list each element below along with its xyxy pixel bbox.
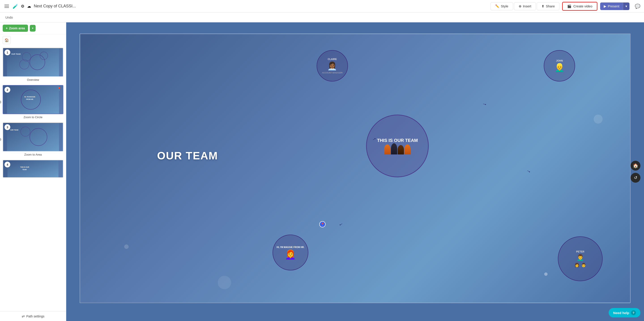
help-icon: ? bbox=[631, 310, 636, 315]
slide-list: OUR TEAM 1 Overview bbox=[0, 46, 66, 311]
claire-circle[interactable]: CLAIRE 👩🏾‍💼 ACCOUNT MANAGER bbox=[317, 50, 348, 82]
svg-text:TEAM: TEAM bbox=[22, 169, 27, 170]
canvas-area[interactable]: OUR TEAM THIS IS OUR TEAM CLAIRE 👩🏾‍💼 AC… bbox=[66, 22, 644, 321]
arrow-to-maggie: → bbox=[338, 221, 344, 228]
path-settings-label: Path settings bbox=[26, 314, 44, 318]
right-back-icon: ↺ bbox=[634, 175, 637, 180]
slide-thumb-4: THIS IS OUR TEAM bbox=[3, 160, 63, 178]
john-name: JOHN bbox=[556, 59, 563, 62]
plus-icon: + bbox=[6, 26, 8, 30]
zoom-area-dropdown[interactable]: ▾ bbox=[30, 25, 36, 32]
slide-thumb-3: OUR TEAM bbox=[3, 122, 63, 152]
play-icon: ▶ bbox=[604, 4, 606, 8]
slide-pin-2: 📍 bbox=[57, 87, 62, 91]
need-help-label: Need help bbox=[613, 311, 629, 315]
style-icon: ✏️ bbox=[495, 4, 500, 8]
svg-text:THIS IS OUR: THIS IS OUR bbox=[20, 166, 29, 168]
main-team-label: THIS IS OUR TEAM bbox=[377, 138, 418, 143]
slide-item-3[interactable]: OUR TEAM 3 Zoom to Area bbox=[3, 122, 63, 156]
sidebar-toolbar: + Zoom area ▾ bbox=[0, 22, 66, 34]
svg-rect-14 bbox=[8, 160, 59, 177]
right-home-icon: 🏠 bbox=[633, 163, 638, 168]
share-icon: ⬆ bbox=[542, 4, 544, 8]
path-settings-button[interactable]: ⇄ Path settings bbox=[0, 311, 66, 321]
menu-button[interactable] bbox=[4, 4, 10, 9]
share-button[interactable]: ⬆ Share bbox=[537, 2, 560, 10]
present-dropdown-arrow[interactable]: ▾ bbox=[623, 2, 630, 10]
slide-number-1: 1 bbox=[4, 50, 10, 55]
john-avatar: 👱‍♂️ bbox=[554, 63, 564, 72]
zoom-area-button[interactable]: + Zoom area bbox=[3, 24, 28, 32]
chat-icon[interactable]: 💬 bbox=[635, 4, 640, 9]
settings-icon[interactable]: ⚙ bbox=[21, 4, 24, 9]
arrow-to-peter: → bbox=[525, 168, 532, 175]
home-button[interactable]: 🏠 bbox=[3, 36, 11, 44]
style-button[interactable]: ✏️ Style bbox=[490, 2, 513, 10]
slide-item-2[interactable]: HI, I'M MAGGIE FROM HR. 2 📍 Zoom to Circ… bbox=[3, 85, 63, 119]
nav-buttons: ✏️ Style ⊕ Insert ⬆ Share bbox=[490, 2, 560, 10]
our-team-text: OUR TEAM bbox=[157, 150, 218, 162]
document-title: Next Copy of CLASSI... bbox=[34, 4, 76, 8]
maggie-text: HI, I'M MAGGIE FROM HR. bbox=[275, 245, 306, 249]
svg-text:FROM HR.: FROM HR. bbox=[26, 98, 34, 100]
svg-rect-10 bbox=[7, 123, 59, 151]
team-avatars bbox=[384, 143, 410, 154]
sidebar: + Zoom area ▾ 🏠 OUR TEAM bbox=[0, 22, 66, 321]
cloud-icon[interactable]: ☁ bbox=[27, 4, 31, 9]
insert-icon: ⊕ bbox=[519, 4, 522, 8]
slide-number-4: 4 bbox=[4, 162, 10, 168]
slide-label-1: Overview bbox=[3, 78, 63, 82]
second-bar: Undo bbox=[0, 12, 644, 22]
insert-button[interactable]: ⊕ Insert bbox=[514, 2, 536, 10]
maggie-avatar: 👩‍🦰 bbox=[285, 249, 296, 260]
present-main[interactable]: ▶ Present bbox=[600, 2, 623, 10]
slide-thumb-2: HI, I'M MAGGIE FROM HR. bbox=[3, 85, 63, 114]
peter-sub-avatars: 👩 👨 bbox=[574, 262, 586, 268]
slide-number-2: 2 bbox=[4, 87, 10, 93]
main-layout: + Zoom area ▾ 🏠 OUR TEAM bbox=[0, 22, 644, 321]
claire-role: ACCOUNT MANAGER bbox=[322, 72, 342, 74]
maggie-circle[interactable]: HI, I'M MAGGIE FROM HR. 👩‍🦰 bbox=[272, 234, 308, 270]
john-circle[interactable]: JOHN 👱‍♂️ bbox=[544, 50, 575, 82]
slide-label-2: Zoom to Circle bbox=[3, 116, 63, 119]
right-nav: 🏠 ↺ bbox=[630, 161, 640, 183]
present-button[interactable]: ▶ Present ▾ bbox=[600, 2, 630, 10]
slide-drag-handle-3[interactable] bbox=[0, 138, 1, 141]
slide-number-3: 3 bbox=[4, 124, 10, 130]
slide-item-1[interactable]: OUR TEAM 1 Overview bbox=[3, 48, 63, 82]
need-help-button[interactable]: Need help ? bbox=[609, 308, 640, 318]
svg-text:HI, I'M MAGGIE: HI, I'M MAGGIE bbox=[24, 96, 35, 98]
peter-avatar: 👨‍🦱 bbox=[576, 254, 584, 261]
peter-circle[interactable]: PETER 👨‍🦱 👩 👨 bbox=[558, 236, 602, 281]
home-icon: 🏠 bbox=[4, 38, 9, 42]
location-pin[interactable]: 📍 bbox=[319, 221, 326, 228]
slide-label-3: Zoom to Area bbox=[3, 153, 63, 156]
slide-item-4[interactable]: THIS IS OUR TEAM 4 bbox=[3, 160, 63, 178]
slide-drag-handle-2[interactable] bbox=[0, 100, 1, 104]
create-video-button[interactable]: 🎬 Create video bbox=[562, 2, 598, 11]
arrow-to-john: → bbox=[482, 101, 488, 108]
right-back-button[interactable]: ↺ bbox=[630, 173, 640, 183]
top-bar: 🧪 ⚙ ☁ Next Copy of CLASSI... ✏️ Style ⊕ … bbox=[0, 0, 644, 12]
undo-button[interactable]: Undo bbox=[4, 15, 14, 20]
flask-icon: 🧪 bbox=[12, 4, 18, 9]
claire-name: CLAIRE bbox=[328, 58, 337, 60]
svg-text:OUR TEAM: OUR TEAM bbox=[12, 53, 20, 55]
svg-text:OUR TEAM: OUR TEAM bbox=[10, 129, 18, 131]
main-team-circle[interactable]: THIS IS OUR TEAM bbox=[366, 114, 429, 177]
claire-avatar: 👩🏾‍💼 bbox=[327, 61, 337, 71]
svg-rect-0 bbox=[7, 48, 59, 76]
right-home-button[interactable]: 🏠 bbox=[630, 161, 640, 170]
path-settings-icon: ⇄ bbox=[22, 314, 24, 318]
slide-thumb-1: OUR TEAM bbox=[3, 48, 63, 77]
video-icon: 🎬 bbox=[567, 4, 572, 8]
slide-canvas[interactable]: OUR TEAM THIS IS OUR TEAM CLAIRE 👩🏾‍💼 AC… bbox=[80, 34, 630, 303]
peter-name: PETER bbox=[576, 250, 584, 253]
